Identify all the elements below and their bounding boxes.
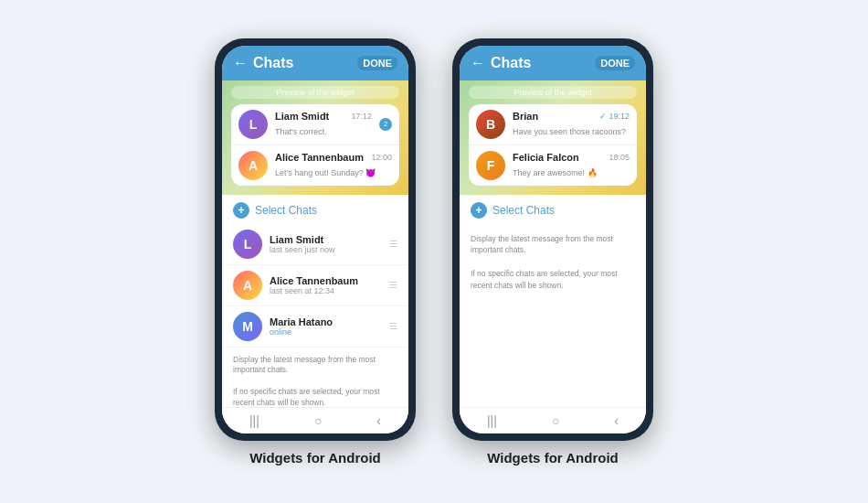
contact-alice[interactable]: A Alice Tannenbaum last seen at 12:34 ☰ [222, 265, 408, 306]
phone-left: ← Chats DONE Preview of the widget L Lia… [215, 38, 416, 441]
phone-left-wrapper: ← Chats DONE Preview of the widget L Lia… [215, 38, 416, 466]
chat-name-alice-widget: Alice Tannenbaum [275, 152, 364, 163]
bottom-nav-left: ||| ○ ‹ [222, 407, 408, 433]
contact-status-maria: online [270, 327, 382, 337]
widget-preview-left: Preview of the widget L Liam Smidt 17:12… [222, 80, 408, 195]
done-button-left[interactable]: DONE [357, 56, 397, 70]
plus-icon-left[interactable]: + [233, 202, 249, 219]
description-line-2-right: If no specific chats are selected, your … [471, 268, 635, 292]
avatar-liam-widget: L [238, 110, 268, 139]
chat-preview-brian-widget: Have you seen those racoons? [513, 127, 626, 136]
header-title-right: Chats [491, 55, 589, 71]
nav-home-left[interactable]: ○ [314, 413, 322, 428]
caption-left: Widgets for Android [249, 450, 380, 466]
chat-time-brian-widget: ✓ 19:12 [599, 112, 630, 121]
screen-header-left: ← Chats DONE [222, 46, 408, 80]
avatar-felicia-widget: F [476, 151, 505, 180]
description-right: Display the latest message from the most… [460, 224, 646, 301]
caption-right: Widgets for Android [487, 450, 618, 466]
chat-time-liam-widget: 17:12 [351, 112, 372, 121]
contact-status-liam: last seen just now [270, 245, 382, 254]
description-left: Display the latest message from the most… [222, 348, 408, 407]
chat-preview-liam-widget: That's correct. [275, 127, 327, 136]
unread-badge-liam: 2 [379, 118, 392, 131]
description-line-1-right: Display the latest message from the most… [471, 233, 635, 257]
contact-info-alice: Alice Tannenbaum last seen at 12:34 [270, 275, 382, 295]
select-chats-label-left[interactable]: Select Chats [255, 204, 317, 217]
contact-liam[interactable]: L Liam Smidt last seen just now ☰ [222, 224, 408, 265]
chat-info-liam-widget: Liam Smidt 17:12 That's correct. [275, 111, 372, 138]
chat-name-brian-widget: Brian [513, 111, 538, 122]
select-chats-section-right: + Select Chats Display the latest messag… [460, 195, 646, 407]
nav-menu-left[interactable]: ||| [249, 413, 259, 428]
reorder-maria[interactable]: ☰ [389, 321, 397, 331]
contact-name-maria: Maria Hatano [270, 316, 382, 327]
select-chats-header-right: + Select Chats [460, 195, 646, 224]
phones-container: ← Chats DONE Preview of the widget L Lia… [215, 38, 653, 466]
back-button-left[interactable]: ← [233, 55, 248, 71]
reorder-liam[interactable]: ☰ [389, 239, 397, 249]
chat-name-liam-widget: Liam Smidt [275, 111, 329, 122]
phone-right: ← Chats DONE Preview of the widget B Bri… [452, 38, 653, 441]
reorder-alice[interactable]: ☰ [389, 280, 397, 290]
chat-name-felicia-widget: Felicia Falcon [513, 152, 579, 163]
chat-preview-alice-widget: Let's hang out! Sunday? 😈 [275, 168, 376, 177]
widget-card-right: B Brian ✓ 19:12 Have you seen those raco… [469, 104, 637, 186]
chat-time-alice-widget: 12:00 [371, 153, 392, 162]
screen-header-right: ← Chats DONE [460, 46, 646, 80]
widget-chat-alice: A Alice Tannenbaum 12:00 Let's hang out!… [231, 145, 399, 186]
bottom-nav-right: ||| ○ ‹ [460, 407, 646, 433]
widget-card-left: L Liam Smidt 17:12 That's correct. 2 [231, 104, 399, 186]
contact-maria[interactable]: M Maria Hatano online ☰ [222, 306, 408, 348]
phone-right-screen: ← Chats DONE Preview of the widget B Bri… [460, 46, 646, 433]
back-button-right[interactable]: ← [471, 55, 485, 71]
avatar-alice-list: A [233, 271, 262, 300]
plus-icon-right[interactable]: + [471, 202, 487, 219]
nav-back-right[interactable]: ‹ [614, 413, 619, 428]
description-line-2-left: If no specific chats are selected, your … [233, 387, 397, 406]
chat-preview-felicia-widget: They are awesome! 🔥 [513, 168, 598, 177]
description-line-1-left: Display the latest message from the most… [233, 355, 397, 377]
select-chats-section-left: + Select Chats L Liam Smidt last seen ju… [222, 195, 408, 407]
contact-info-liam: Liam Smidt last seen just now [270, 234, 382, 254]
contact-name-alice: Alice Tannenbaum [270, 275, 382, 286]
contact-status-alice: last seen at 12:34 [270, 286, 382, 295]
chat-info-alice-widget: Alice Tannenbaum 12:00 Let's hang out! S… [275, 152, 392, 179]
nav-home-right[interactable]: ○ [552, 413, 559, 428]
select-chats-label-right[interactable]: Select Chats [492, 204, 555, 217]
avatar-brian-widget: B [476, 110, 505, 139]
avatar-maria-list: M [233, 312, 262, 341]
nav-menu-right[interactable]: ||| [487, 413, 497, 428]
phone-left-screen: ← Chats DONE Preview of the widget L Lia… [222, 46, 408, 433]
chat-time-felicia-widget: 18:05 [609, 153, 630, 162]
header-title-left: Chats [253, 55, 352, 71]
widget-chat-felicia: F Felicia Falcon 18:05 They are awesome!… [469, 145, 637, 186]
phone-right-wrapper: ← Chats DONE Preview of the widget B Bri… [452, 38, 653, 466]
avatar-liam-list: L [233, 230, 262, 259]
chat-info-felicia-widget: Felicia Falcon 18:05 They are awesome! 🔥 [513, 152, 630, 179]
preview-label-right: Preview of the widget [469, 86, 637, 99]
contact-info-maria: Maria Hatano online [270, 316, 382, 337]
avatar-alice-widget: A [238, 151, 268, 180]
nav-back-left[interactable]: ‹ [376, 413, 381, 428]
chat-info-brian-widget: Brian ✓ 19:12 Have you seen those racoon… [513, 111, 630, 138]
widget-chat-liam: L Liam Smidt 17:12 That's correct. 2 [231, 104, 399, 145]
done-button-right[interactable]: DONE [595, 56, 635, 70]
preview-label-left: Preview of the widget [231, 86, 399, 99]
widget-preview-right: Preview of the widget B Brian ✓ 19:12 Ha… [460, 80, 646, 195]
widget-chat-brian: B Brian ✓ 19:12 Have you seen those raco… [469, 104, 637, 145]
select-chats-header-left: + Select Chats [222, 195, 408, 224]
contact-name-liam: Liam Smidt [270, 234, 382, 245]
